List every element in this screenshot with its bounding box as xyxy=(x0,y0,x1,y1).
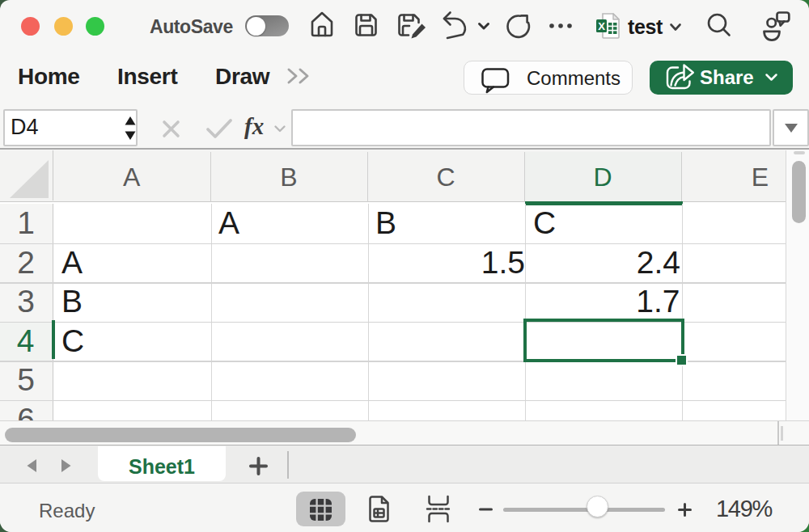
svg-text:X: X xyxy=(598,20,605,32)
